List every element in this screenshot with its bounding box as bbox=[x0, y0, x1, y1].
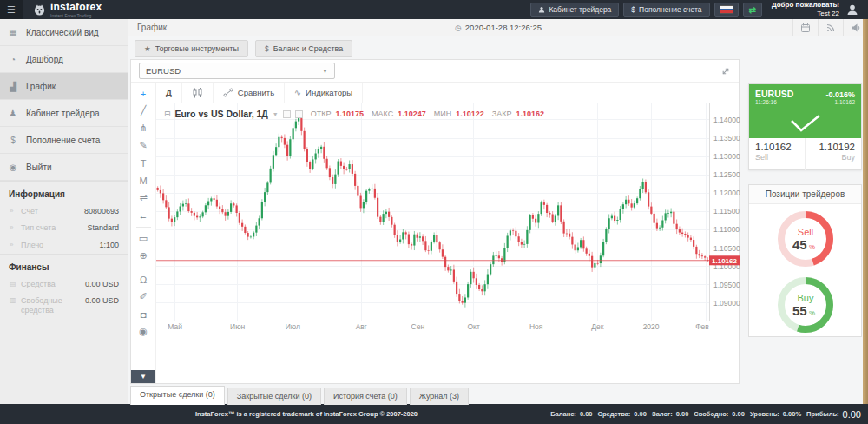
arrow-tool-icon[interactable]: ← bbox=[135, 207, 153, 223]
instaforex-logo[interactable]: instaforex Instant Forex Trading bbox=[33, 2, 102, 18]
positions-gauges: Sell45 %Buy55 % bbox=[749, 204, 861, 340]
user-avatar[interactable] bbox=[844, 2, 861, 17]
quote-time: 11:26:16 bbox=[755, 99, 777, 105]
low-value: 1.10122 bbox=[456, 109, 484, 118]
low-label: МИН bbox=[434, 109, 451, 118]
x-axis-label: 2020 bbox=[643, 322, 660, 331]
drawing-lock-tool-icon[interactable]: ✐ bbox=[135, 288, 153, 305]
close-label: ЗАКР bbox=[492, 109, 512, 118]
indicators-label: Индикаторы bbox=[306, 88, 352, 97]
y-axis-tick: 1.11000 bbox=[713, 225, 740, 234]
pitchfork-tool-icon[interactable]: ⋔ bbox=[135, 120, 153, 136]
trading-instruments-label: Торговые инструменты bbox=[155, 44, 239, 53]
tab-closed-trades[interactable]: Закрытые сделки (0) bbox=[227, 388, 321, 405]
sell-label: Sell bbox=[755, 153, 799, 162]
avatar-person-icon bbox=[846, 3, 858, 16]
sidebar-item-trader-cabinet[interactable]: ♟Кабинет трейдера bbox=[0, 100, 128, 127]
sell-gauge: Sell45 % bbox=[775, 209, 836, 269]
footer-stat-value: 0.00 bbox=[732, 410, 745, 418]
sell-quote-button[interactable]: 1.10162 Sell bbox=[749, 138, 805, 170]
hamburger-menu-icon[interactable]: ☰ bbox=[0, 0, 23, 19]
trader-cabinet-button[interactable]: Кабинет трейдера bbox=[530, 3, 619, 17]
forecast-tool-icon[interactable]: ⇌ bbox=[135, 189, 153, 206]
crosshair-tool-icon[interactable]: + bbox=[135, 85, 153, 102]
indicators-button[interactable]: ∿ Индикаторы bbox=[285, 83, 363, 103]
funds-icon: ▤ bbox=[10, 280, 21, 288]
account-switch-button[interactable]: ⇄ bbox=[743, 3, 762, 17]
person-icon bbox=[538, 6, 545, 13]
deposit-button-label: Пополнение счета bbox=[639, 5, 701, 14]
footer-stat-label: Уровень: bbox=[750, 410, 779, 418]
balance-funds-label: Баланс и Средства bbox=[273, 44, 344, 53]
tab-open-trades[interactable]: Открытые сделки (0) bbox=[130, 386, 225, 405]
chart-style-button[interactable] bbox=[182, 83, 214, 103]
row-label: Тип счета bbox=[21, 223, 87, 233]
quote-price: 1.10162 bbox=[835, 99, 856, 105]
chart-settings-icon[interactable] bbox=[295, 110, 303, 118]
collapse-icon[interactable]: ⊟ bbox=[164, 109, 171, 118]
xabcd-pattern-tool-icon[interactable]: M bbox=[135, 172, 153, 189]
symbol-select[interactable]: EURUSD ▼ bbox=[139, 63, 335, 79]
chevron-right-icon: » bbox=[10, 241, 21, 249]
compare-button[interactable]: Сравнить bbox=[214, 83, 285, 103]
sidebar-data-row: »Тип счетаStandard bbox=[0, 220, 128, 236]
zoom-in-tool-icon[interactable]: ⊕ bbox=[135, 248, 153, 264]
buy-gauge-value: 55 % bbox=[792, 303, 814, 318]
tab-journal[interactable]: Журнал (3) bbox=[410, 388, 469, 405]
quote-header[interactable]: EURUSD -0.016% 11:26:16 1.10162 bbox=[749, 84, 861, 138]
measure-tool-icon[interactable]: ▭ bbox=[135, 230, 153, 247]
row-label: Средства bbox=[21, 280, 85, 289]
candle-style-icon[interactable] bbox=[283, 110, 291, 118]
footer-stat-value: 0.00% bbox=[783, 410, 801, 418]
row-label: Счет bbox=[21, 207, 84, 216]
balance-funds-button[interactable]: $ Баланс и Средства bbox=[255, 40, 352, 57]
chevron-right-icon: » bbox=[10, 207, 21, 215]
timeframe-button[interactable]: Д bbox=[156, 83, 182, 103]
eye-tool-icon[interactable]: ◉ bbox=[135, 323, 153, 340]
quote-card: EURUSD -0.016% 11:26:16 1.10162 1.10162 … bbox=[748, 83, 862, 170]
info-rows: »Счет80800693»Тип счетаStandard»Плечо1:1… bbox=[0, 203, 128, 254]
x-axis-label: Фев bbox=[695, 322, 709, 331]
trading-instruments-button[interactable]: ★ Торговые инструменты bbox=[135, 40, 248, 57]
brush-tool-icon[interactable]: ✎ bbox=[135, 137, 153, 154]
chevron-down-icon[interactable]: ▼ bbox=[273, 111, 279, 117]
candles bbox=[157, 113, 709, 307]
calendar-icon[interactable] bbox=[792, 19, 818, 36]
quote-symbol: EURUSD bbox=[755, 89, 793, 99]
candlestick-chart[interactable]: 1.140001.135001.130001.125001.120001.115… bbox=[156, 103, 740, 333]
quote-prices: 1.10162 Sell 1.10192 Buy bbox=[749, 138, 861, 170]
sidebar-item-deposit[interactable]: $Пополнение счета bbox=[0, 127, 128, 154]
buy-gauge: Buy55 % bbox=[775, 275, 836, 335]
trend-line-tool-icon[interactable]: ╱ bbox=[135, 103, 153, 119]
language-button[interactable] bbox=[714, 3, 739, 17]
footer-stat-value: 0.00 bbox=[634, 410, 647, 418]
tab-account-history[interactable]: История счета (0) bbox=[324, 388, 407, 405]
lock-tool-icon[interactable]: ◘ bbox=[135, 306, 153, 322]
brand-tagline: Instant Forex Trading bbox=[50, 13, 102, 18]
sidebar-item-dashboard[interactable]: ◔Дашборд bbox=[0, 46, 128, 73]
rss-icon[interactable] bbox=[818, 19, 843, 36]
sell-price: 1.10162 bbox=[755, 142, 799, 152]
sidebar-item-classic-view[interactable]: ▦Классический вид bbox=[0, 19, 128, 46]
sub-header-icons bbox=[792, 19, 868, 36]
buy-quote-button[interactable]: 1.10192 Buy bbox=[805, 138, 861, 170]
russian-flag-icon bbox=[720, 5, 733, 14]
quote-change: -0.016% bbox=[825, 90, 855, 99]
symbol-select-row: EURUSD ▼ bbox=[131, 60, 739, 83]
x-axis-label: Июн bbox=[230, 322, 245, 331]
dollar-icon: $ bbox=[631, 5, 635, 14]
buy-gauge-label: Buy bbox=[797, 293, 813, 303]
rail-collapse-button[interactable]: ▼ bbox=[131, 370, 155, 383]
account-summary: Баланс:0.00Средства:0.00Залог:0.00Свобод… bbox=[550, 409, 868, 420]
deposit-button[interactable]: $ Пополнение счета bbox=[623, 3, 709, 17]
top-header: ☰ instaforex Instant Forex Trading Кабин… bbox=[0, 0, 868, 19]
magnet-tool-icon[interactable]: Ω bbox=[135, 271, 153, 288]
sidebar-item-chart[interactable]: ▟График bbox=[0, 73, 128, 100]
fullscreen-button[interactable] bbox=[720, 66, 731, 76]
sidebar-item-label: Кабинет трейдера bbox=[26, 109, 100, 118]
sidebar-item-logout[interactable]: ◉Выйти bbox=[0, 154, 128, 181]
x-axis-label: Дек bbox=[591, 322, 603, 331]
expand-icon bbox=[720, 66, 731, 76]
text-tool-icon[interactable]: T bbox=[135, 155, 153, 171]
y-axis-tick: 1.13000 bbox=[713, 152, 740, 161]
